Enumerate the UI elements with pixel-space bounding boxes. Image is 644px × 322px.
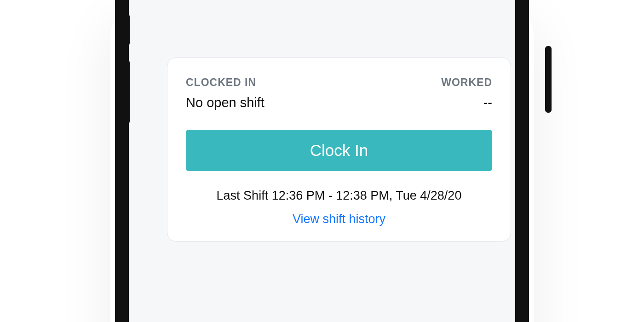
- view-shift-history-link[interactable]: View shift history: [186, 212, 492, 226]
- clock-in-button[interactable]: Clock In: [186, 130, 492, 171]
- clocked-in-value: No open shift: [186, 95, 264, 110]
- clock-in-card: CLOCKED IN WORKED No open shift -- Clock…: [167, 58, 511, 242]
- status-labels-row: CLOCKED IN WORKED: [186, 76, 492, 89]
- phone-side-button-power: [545, 46, 552, 113]
- status-values-row: No open shift --: [186, 95, 492, 110]
- last-shift-text: Last Shift 12:36 PM - 12:38 PM, Tue 4/28…: [186, 189, 492, 203]
- clocked-in-label: CLOCKED IN: [186, 76, 256, 89]
- worked-label: WORKED: [441, 76, 492, 89]
- worked-value: --: [483, 95, 492, 110]
- phone-side-button-mute: [123, 14, 130, 46]
- phone-side-button-volume: [123, 60, 130, 124]
